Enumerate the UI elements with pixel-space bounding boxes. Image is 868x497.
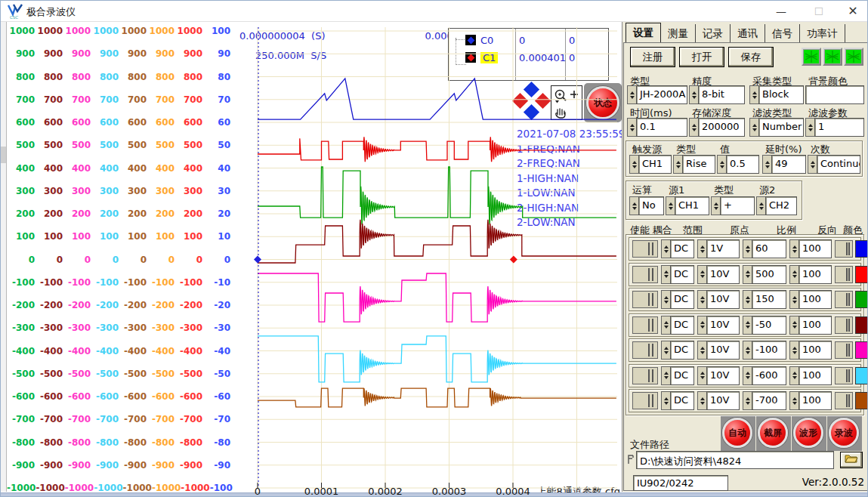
spinner-control[interactable] xyxy=(743,239,752,258)
spinner-control[interactable] xyxy=(661,290,670,309)
spinner-control[interactable] xyxy=(661,341,670,360)
spinner-control[interactable] xyxy=(697,265,706,284)
spinner-control[interactable] xyxy=(697,391,706,410)
spinner-control[interactable] xyxy=(629,155,638,174)
origin-field[interactable]: -600 xyxy=(752,366,786,385)
spinner-control[interactable] xyxy=(743,391,752,410)
scale-field[interactable]: 100 xyxy=(798,239,832,258)
led-indicator[interactable] xyxy=(844,48,863,66)
spinner-control[interactable] xyxy=(689,85,698,104)
origin-field[interactable]: 60 xyxy=(752,239,786,258)
spinner-control[interactable] xyxy=(661,239,670,258)
file-path-input[interactable]: D:\快速访问资料\4824 xyxy=(636,451,834,469)
invert-switch[interactable] xyxy=(835,291,853,308)
channel-color-swatch[interactable] xyxy=(855,240,868,258)
led-indicator[interactable] xyxy=(802,48,821,66)
spinner-control[interactable] xyxy=(743,316,752,335)
invert-switch[interactable] xyxy=(835,367,853,384)
spinner-control[interactable] xyxy=(666,196,675,215)
led-indicator[interactable] xyxy=(823,48,842,66)
close-button[interactable]: ✕ xyxy=(837,1,868,22)
origin-field[interactable]: -50 xyxy=(752,316,786,335)
channel-color-swatch[interactable] xyxy=(855,316,868,334)
trigger-field[interactable]: 49 xyxy=(771,155,806,174)
coupling-field[interactable]: DC xyxy=(670,391,694,410)
scale-field[interactable]: 100 xyxy=(798,265,832,284)
toolbar-button-2[interactable]: 打开 xyxy=(679,47,724,67)
setting-field[interactable]: Block xyxy=(758,85,804,104)
spinner-control[interactable] xyxy=(743,341,752,360)
spinner-control[interactable] xyxy=(697,341,706,360)
tab-3[interactable]: 记录 xyxy=(696,24,731,42)
trigger-field[interactable]: Rise xyxy=(682,155,715,174)
spinner-control[interactable] xyxy=(661,366,670,385)
left-splitter[interactable] xyxy=(1,22,7,492)
range-field[interactable]: 10V xyxy=(706,316,740,335)
range-field[interactable]: 10V xyxy=(706,366,740,385)
scale-field[interactable]: 100 xyxy=(798,366,832,385)
tab-2[interactable]: 测量 xyxy=(661,24,696,42)
minimize-button[interactable]: — xyxy=(765,1,797,22)
spinner-control[interactable] xyxy=(789,239,798,258)
splitter-grip[interactable] xyxy=(1,147,6,163)
invert-switch[interactable] xyxy=(835,240,853,258)
cursor-marker-c1[interactable] xyxy=(510,256,517,264)
spinner-control[interactable] xyxy=(743,265,752,284)
trigger-field[interactable]: Continue xyxy=(817,155,860,174)
coupling-field[interactable]: DC xyxy=(670,265,694,284)
spinner-control[interactable] xyxy=(711,196,720,215)
coupling-field[interactable]: DC xyxy=(670,316,694,335)
origin-field[interactable]: -700 xyxy=(752,391,786,410)
spinner-control[interactable] xyxy=(661,316,670,335)
setting-field[interactable] xyxy=(805,85,864,104)
waveform-plot[interactable] xyxy=(233,22,622,492)
spinner-control[interactable] xyxy=(789,366,798,385)
range-field[interactable]: 10V xyxy=(706,341,740,360)
math-field[interactable]: + xyxy=(720,196,755,215)
range-field[interactable]: 10V xyxy=(706,265,740,284)
action-button-1[interactable]: 自动 xyxy=(722,418,752,448)
channel-color-swatch[interactable] xyxy=(855,291,868,308)
device-id-field[interactable]: IU902/0242 xyxy=(633,475,728,491)
origin-field[interactable]: -100 xyxy=(752,341,786,360)
spinner-control[interactable] xyxy=(697,366,706,385)
math-field[interactable]: CH1 xyxy=(675,196,709,215)
spinner-control[interactable] xyxy=(627,118,636,137)
scale-field[interactable]: 100 xyxy=(798,391,832,410)
spinner-control[interactable] xyxy=(629,196,638,215)
spinner-control[interactable] xyxy=(743,290,752,309)
spinner-control[interactable] xyxy=(697,290,706,309)
spinner-control[interactable] xyxy=(789,316,798,335)
spinner-control[interactable] xyxy=(697,316,706,335)
invert-switch[interactable] xyxy=(835,392,853,409)
spinner-control[interactable] xyxy=(717,155,726,174)
scale-field[interactable]: 100 xyxy=(798,341,832,360)
enable-switch[interactable] xyxy=(632,341,658,359)
channel-color-swatch[interactable] xyxy=(855,266,868,283)
setting-field[interactable]: 200000 xyxy=(698,118,745,137)
maximize-button[interactable]: ☐ xyxy=(803,1,835,22)
enable-switch[interactable] xyxy=(632,240,658,258)
spinner-control[interactable] xyxy=(808,155,817,174)
coupling-field[interactable]: DC xyxy=(670,366,694,385)
origin-field[interactable]: 150 xyxy=(752,290,786,309)
setting-field[interactable]: 8-bit xyxy=(698,85,745,104)
channel-color-swatch[interactable] xyxy=(855,341,868,359)
tab-4[interactable]: 通讯 xyxy=(731,24,765,42)
spinner-control[interactable] xyxy=(627,85,636,104)
tab-5[interactable]: 信号 xyxy=(765,24,800,42)
enable-switch[interactable] xyxy=(632,266,658,283)
channel-color-swatch[interactable] xyxy=(855,367,868,384)
enable-switch[interactable] xyxy=(632,316,658,334)
trigger-field[interactable]: 0.5 xyxy=(726,155,759,174)
math-field[interactable]: CH2 xyxy=(765,196,797,215)
spinner-control[interactable] xyxy=(743,366,752,385)
spinner-control[interactable] xyxy=(661,265,670,284)
toolbar-button-3[interactable]: 保存 xyxy=(728,47,774,67)
enable-switch[interactable] xyxy=(632,367,658,384)
setting-field[interactable]: 0.1 xyxy=(636,118,687,137)
spinner-control[interactable] xyxy=(762,155,771,174)
spinner-control[interactable] xyxy=(697,239,706,258)
spinner-control[interactable] xyxy=(673,155,682,174)
spinner-control[interactable] xyxy=(749,118,758,137)
